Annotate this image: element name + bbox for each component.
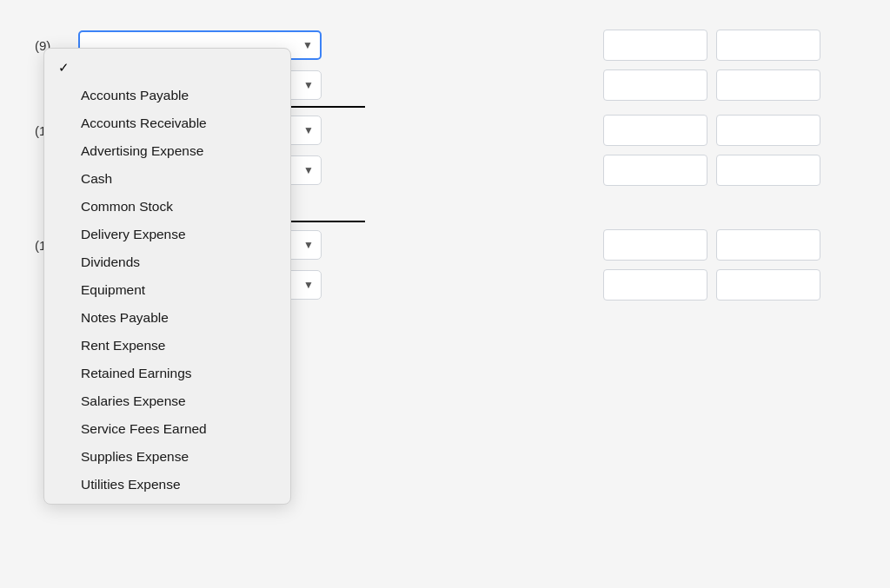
dropdown-item-common-stock[interactable]: Common Stock — [44, 193, 290, 221]
row-9b-right-inputs — [603, 69, 820, 101]
dropdown-item-accounts-payable-label: Accounts Payable — [81, 88, 276, 103]
row-11b-arrow-icon: ▼ — [303, 279, 314, 291]
dropdown-item-accounts-receivable[interactable]: Accounts Receivable — [44, 109, 290, 137]
dropdown-menu: ✓ Accounts Payable Accounts Receivable A… — [43, 48, 291, 505]
dropdown-arrow-icon: ▼ — [302, 39, 313, 51]
dropdown-item-salaries-expense-label: Salaries Expense — [81, 393, 276, 409]
dropdown-item-supplies-expense[interactable]: Supplies Expense — [44, 443, 290, 471]
dropdown-item-advertising-expense[interactable]: Advertising Expense — [44, 137, 290, 165]
row-10b-debit-input[interactable] — [603, 155, 707, 186]
dropdown-item-equipment[interactable]: Equipment — [44, 276, 290, 304]
dropdown-item-retained-earnings[interactable]: Retained Earnings — [44, 360, 290, 387]
row-9-right-inputs — [603, 30, 820, 61]
dropdown-item-dividends-label: Dividends — [81, 254, 276, 270]
row-9-debit-input[interactable] — [603, 30, 707, 61]
dropdown-item-rent-expense-label: Rent Expense — [81, 338, 276, 353]
dropdown-item-retained-earnings-label: Retained Earnings — [81, 366, 276, 381]
row-10b-right-inputs — [603, 155, 820, 186]
dropdown-item-accounts-payable[interactable]: Accounts Payable — [44, 82, 290, 109]
dropdown-item-accounts-receivable-label: Accounts Receivable — [81, 116, 276, 131]
dropdown-item-notes-payable[interactable]: Notes Payable — [44, 304, 290, 332]
dropdown-item-service-fees-earned-label: Service Fees Earned — [81, 421, 276, 437]
dropdown-item-rent-expense[interactable]: Rent Expense — [44, 332, 290, 360]
row-9b-credit-input[interactable] — [716, 69, 820, 101]
row-10-debit-input[interactable] — [603, 115, 707, 146]
dropdown-item-supplies-expense-label: Supplies Expense — [81, 449, 276, 465]
dropdown-item-utilities-expense[interactable]: Utilities Expense — [44, 471, 290, 499]
dropdown-item-cash-label: Cash — [81, 171, 276, 187]
dropdown-item-equipment-label: Equipment — [81, 282, 276, 298]
row-10-arrow-icon: ▼ — [303, 124, 314, 136]
row-11-debit-input[interactable] — [603, 229, 707, 261]
row-10b-credit-input[interactable] — [716, 155, 820, 186]
dropdown-item-common-stock-label: Common Stock — [81, 199, 276, 215]
dropdown-item-delivery-expense[interactable]: Delivery Expense — [44, 221, 290, 248]
dropdown-item-delivery-expense-label: Delivery Expense — [81, 227, 276, 242]
dropdown-item-notes-payable-label: Notes Payable — [81, 310, 276, 326]
row-11b-debit-input[interactable] — [603, 269, 707, 301]
page-container: (9) ▼ ▼ (10) — [0, 0, 890, 588]
row-11-credit-input[interactable] — [716, 229, 820, 261]
check-icon: ✓ — [58, 60, 72, 76]
row-11-right-inputs — [603, 229, 820, 261]
row-9b-arrow-icon: ▼ — [303, 79, 314, 91]
dropdown-item-salaries-expense[interactable]: Salaries Expense — [44, 387, 290, 415]
row-11b-right-inputs — [603, 269, 820, 301]
dropdown-item-cash[interactable]: Cash — [44, 165, 290, 193]
dropdown-item-advertising-expense-label: Advertising Expense — [81, 143, 276, 159]
row-11b-credit-input[interactable] — [716, 269, 820, 301]
dropdown-item-checkmark[interactable]: ✓ — [44, 54, 290, 82]
row-10-credit-input[interactable] — [716, 115, 820, 146]
row-11-arrow-icon: ▼ — [303, 239, 314, 251]
row-9-credit-input[interactable] — [716, 30, 820, 61]
dropdown-item-utilities-expense-label: Utilities Expense — [81, 477, 276, 492]
row-10b-arrow-icon: ▼ — [303, 164, 314, 176]
row-9b-debit-input[interactable] — [603, 69, 707, 101]
dropdown-item-service-fees-earned[interactable]: Service Fees Earned — [44, 415, 290, 443]
row-10-right-inputs — [603, 115, 820, 146]
dropdown-item-dividends[interactable]: Dividends — [44, 248, 290, 276]
